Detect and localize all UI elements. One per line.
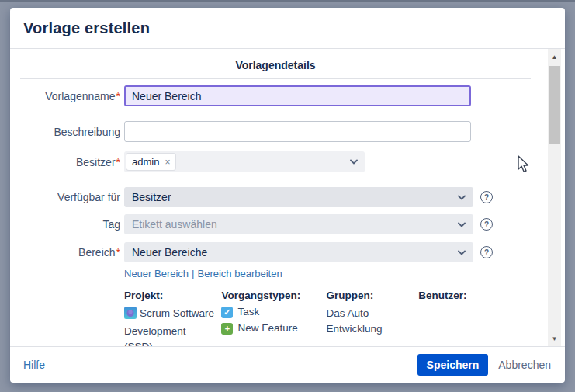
selected-value: Neuer Bereiche: [132, 246, 207, 258]
tag-label: Tag: [20, 218, 120, 231]
verfuegbar-fuer-select[interactable]: Besitzer: [124, 187, 473, 207]
tag-placeholder: Etikett auswählen: [132, 218, 217, 231]
modal-backdrop: Vorlage erstellen Vorlagendetails Vorlag…: [0, 0, 575, 392]
projekt-header: Projekt:: [124, 290, 221, 301]
beschreibung-input[interactable]: [124, 121, 471, 142]
vorlagenname-row: Vorlagenname*: [20, 85, 531, 106]
required-asterisk: *: [116, 246, 120, 258]
benutzer-header: Benutzer:: [418, 290, 531, 301]
verfuegbar-fuer-label: Verfügbar für: [20, 191, 120, 203]
scrollbar-thumb[interactable]: [549, 66, 560, 144]
bereich-links: Neuer Bereich|Bereich bearbeiten: [124, 268, 531, 279]
cancel-link[interactable]: Abbrechen: [498, 359, 551, 371]
issue-type-label: New Feature: [237, 322, 297, 335]
chip-label: admin: [132, 156, 159, 168]
vertical-scrollbar[interactable]: ▲ ▼: [548, 49, 561, 346]
neuer-bereich-link[interactable]: Neuer Bereich: [124, 268, 189, 279]
footer-actions: Speichern Abbrechen: [417, 354, 551, 376]
projekt-name: Scrum Software Development (SSD): [124, 307, 214, 347]
help-icon[interactable]: ?: [480, 218, 493, 231]
vorlagenname-label-text: Vorlagenname: [45, 90, 115, 102]
gruppen-header: Gruppen:: [327, 290, 419, 301]
scrollbar-up-arrow[interactable]: ▲: [548, 50, 561, 63]
help-link[interactable]: Hilfe: [23, 359, 45, 371]
help-icon[interactable]: ?: [480, 191, 493, 203]
help-icon[interactable]: ?: [480, 246, 493, 258]
chip-remove-icon[interactable]: ×: [165, 158, 170, 167]
projekt-column: Projekt: Scrum Software Development (SSD…: [124, 290, 221, 347]
template-scope-info: Projekt: Scrum Software Development (SSD…: [124, 290, 531, 347]
besitzer-chip-admin: admin ×: [126, 154, 175, 170]
scrollbar-down-arrow[interactable]: ▼: [548, 332, 561, 345]
bereich-label: Bereich*: [20, 246, 120, 258]
dialog-header: Vorlage erstellen: [10, 8, 565, 48]
chevron-down-icon: [350, 159, 358, 165]
template-form: Vorlagenname* Beschreibung Besitzer* adm…: [20, 79, 531, 347]
chevron-down-icon: [458, 250, 466, 255]
issue-type-task: ✓ Task: [221, 306, 326, 318]
vorgangstypen-column: Vorgangstypen: ✓ Task + New Feature: [221, 290, 326, 347]
chevron-down-icon: [458, 222, 466, 227]
besitzer-label-text: Besitzer: [76, 156, 116, 168]
task-icon: ✓: [221, 307, 233, 318]
new-feature-icon: +: [221, 323, 233, 335]
tag-row: Tag Etikett auswählen ?: [20, 214, 531, 234]
verfuegbar-fuer-row: Verfügbar für Besitzer ?: [20, 187, 531, 207]
gruppen-column: Gruppen: Das Auto Entwicklung: [327, 290, 419, 347]
save-button[interactable]: Speichern: [417, 354, 489, 376]
project-avatar-icon: [124, 307, 137, 324]
required-asterisk: *: [116, 156, 120, 168]
bereich-row: Bereich* Neuer Bereiche ?: [20, 242, 531, 262]
chevron-down-icon: [458, 195, 466, 200]
selected-value: Besitzer: [132, 191, 171, 203]
vorgangstypen-header: Vorgangstypen:: [221, 290, 326, 301]
dialog-scroll-area: Vorlagendetails Vorlagenname* Beschreibu…: [10, 48, 565, 347]
bereich-bearbeiten-link[interactable]: Bereich bearbeiten: [198, 268, 282, 279]
projekt-value: Scrum Software Development (SSD): [124, 306, 217, 347]
required-asterisk: *: [116, 90, 120, 102]
issue-type-label: Task: [237, 306, 259, 318]
link-separator: |: [192, 268, 194, 279]
dialog-footer: Hilfe Speichern Abbrechen: [10, 347, 565, 382]
benutzer-column: Benutzer:: [418, 290, 531, 347]
bereich-select[interactable]: Neuer Bereiche: [124, 242, 473, 262]
besitzer-row: Besitzer* admin ×: [20, 151, 531, 172]
besitzer-select[interactable]: admin ×: [124, 151, 365, 172]
beschreibung-label: Beschreibung: [20, 126, 120, 138]
bereich-label-text: Bereich: [78, 246, 115, 258]
create-template-dialog: Vorlage erstellen Vorlagendetails Vorlag…: [10, 8, 565, 383]
dialog-title: Vorlage erstellen: [23, 19, 150, 36]
tag-select[interactable]: Etikett auswählen: [124, 214, 473, 234]
vorlagenname-input[interactable]: [124, 85, 471, 106]
form-content: Vorlagendetails Vorlagenname* Beschreibu…: [10, 49, 541, 347]
besitzer-label: Besitzer*: [20, 156, 120, 168]
beschreibung-row: Beschreibung: [20, 121, 531, 142]
section-header: Vorlagendetails: [20, 49, 531, 79]
gruppen-value: Das Auto Entwicklung: [327, 306, 393, 337]
vorlagenname-label: Vorlagenname*: [20, 90, 120, 102]
issue-type-new-feature: + New Feature: [221, 322, 326, 335]
